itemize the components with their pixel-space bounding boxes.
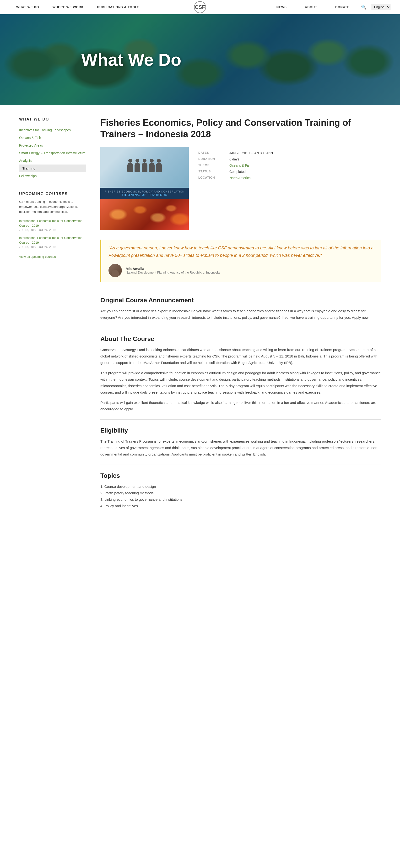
fish-overlay: [100, 199, 189, 230]
section-divider-4: [100, 465, 381, 465]
sidebar-item-protected-areas[interactable]: Protected Areas: [19, 142, 86, 149]
course-item-1: International Economic Tools for Conserv…: [19, 219, 86, 232]
language-selector[interactable]: English: [371, 4, 391, 10]
course-link-2[interactable]: International Economic Tools for Conserv…: [19, 236, 86, 245]
sidebar: WHAT WE DO Incentives for Thriving Lands…: [19, 117, 86, 509]
quote-section: "As a government person, I never knew ho…: [100, 240, 381, 282]
nav-item-donate[interactable]: DONATE: [329, 5, 356, 9]
quote-author-info: Mia Amalia National Development Planning…: [126, 267, 220, 274]
search-icon[interactable]: 🔍: [361, 4, 366, 10]
article-images: FISHERIES ECONOMICS, POLICY AND CONSERVA…: [100, 147, 189, 230]
article-image-classroom: [100, 147, 189, 188]
sidebar-item-incentives[interactable]: Incentives for Thriving Landscapes: [19, 126, 86, 134]
duration-label: DURATION: [198, 157, 227, 161]
topic-3: 3. Linking economics to governance and i…: [100, 496, 381, 503]
location-value[interactable]: North America: [229, 176, 381, 180]
person-1: [127, 163, 133, 172]
section-divider-2: [100, 328, 381, 328]
meta-divider-top: [198, 147, 381, 147]
article-image-ocean: [100, 199, 189, 230]
nav-right: NEWS ABOUT DONATE 🔍 English: [270, 4, 391, 10]
sidebar-upcoming-courses: UPCOMING COURSES CSF offers training in …: [19, 192, 86, 259]
nav-item-about[interactable]: ABOUT: [298, 5, 324, 9]
quote-author-org: National Development Planning Agency of …: [126, 271, 220, 274]
quote-author: Mia Amalia National Development Planning…: [108, 264, 374, 277]
section-heading-topics: Topics: [100, 472, 381, 479]
topics-list: 1. Course development and design 2. Part…: [100, 483, 381, 509]
sidebar-item-oceans[interactable]: Oceans & Fish: [19, 134, 86, 142]
sidebar-item-analysis[interactable]: Analysis: [19, 157, 86, 164]
person-2: [135, 163, 140, 172]
article-meta: DATES JAN 23, 2019 - JAN 30, 2019 DURATI…: [198, 147, 381, 230]
section-divider-1: [100, 289, 381, 289]
section-heading-eligibility: Eligibility: [100, 427, 381, 434]
hero-banner: What We Do: [0, 14, 400, 105]
dates-label: DATES: [198, 151, 227, 155]
person-4: [149, 163, 155, 172]
theme-label: THEME: [198, 163, 227, 167]
course-item-2: International Economic Tools for Conserv…: [19, 236, 86, 249]
dates-value: JAN 23, 2019 - JAN 30, 2019: [229, 151, 381, 155]
site-logo[interactable]: CSF: [194, 1, 206, 13]
sidebar-section-title: WHAT WE DO: [19, 117, 86, 121]
nav-items: WHAT WE DO WHERE WE WORK PUBLICATIONS & …: [9, 5, 270, 9]
section-text-about-2: This program will provide a comprehensiv…: [100, 370, 381, 396]
navbar: WHAT WE DO WHERE WE WORK PUBLICATIONS & …: [0, 0, 400, 14]
meta-grid: DATES JAN 23, 2019 - JAN 30, 2019 DURATI…: [198, 151, 381, 180]
topic-1: 1. Course development and design: [100, 483, 381, 490]
quote-author-name: Mia Amalia: [126, 267, 220, 271]
topic-2: 2. Participatory teaching methods: [100, 490, 381, 496]
image-banner: FISHERIES ECONOMICS, POLICY AND CONSERVA…: [100, 188, 189, 199]
section-text-original-1: Are you an economist or a fisheries expe…: [100, 308, 381, 321]
quote-text: "As a government person, I never knew ho…: [108, 244, 374, 259]
duration-value: 6 days: [229, 157, 381, 161]
section-text-about-3: Participants will gain excellent theoret…: [100, 399, 381, 412]
article-title: Fisheries Economics, Policy and Conserva…: [100, 117, 381, 140]
section-text-eligibility-1: The Training of Trainers Program is for …: [100, 438, 381, 458]
section-text-about-1: Conservation Strategy Fund is seeking In…: [100, 346, 381, 366]
status-value: Completed: [229, 170, 381, 174]
section-heading-original: Original Course Announcement: [100, 297, 381, 304]
main-content: Fisheries Economics, Policy and Conserva…: [100, 117, 381, 509]
course-date-1: JUL 15, 2019 - JUL 26, 2019: [19, 228, 86, 232]
course-link-1[interactable]: International Economic Tools for Conserv…: [19, 219, 86, 228]
classroom-image-inner: [100, 147, 189, 188]
upcoming-courses-desc: CSF offers training in economic tools to…: [19, 199, 86, 214]
topic-4: 4. Policy and incentives: [100, 503, 381, 509]
course-date-2: JUL 15, 2019 - JUL 26, 2019: [19, 245, 86, 249]
sidebar-item-smart-energy[interactable]: Smart Energy & Transportation Infrastruc…: [19, 149, 86, 157]
sidebar-item-training[interactable]: Training: [19, 164, 86, 172]
nav-item-what-we-do[interactable]: WHAT WE DO: [9, 5, 46, 9]
view-all-courses-link[interactable]: View all upcoming courses: [19, 255, 56, 258]
section-heading-about: About The Course: [100, 335, 381, 343]
language-dropdown[interactable]: English: [371, 4, 391, 10]
person-3: [142, 163, 147, 172]
meta-divider-bottom: [198, 184, 381, 184]
nav-item-publications[interactable]: PUBLICATIONS & TOOLS: [90, 5, 146, 9]
nav-item-where-we-work[interactable]: WHERE WE WORK: [46, 5, 91, 9]
sidebar-item-fellowships[interactable]: Fellowships: [19, 172, 86, 180]
quote-avatar: [108, 264, 122, 277]
banner-text-2: TRAINING OF TRAINERS: [104, 193, 186, 196]
hero-title: What We Do: [0, 50, 181, 70]
classroom-people: [127, 163, 162, 172]
article-media-meta: FISHERIES ECONOMICS, POLICY AND CONSERVA…: [100, 147, 381, 230]
page-body: WHAT WE DO Incentives for Thriving Lands…: [0, 105, 400, 521]
person-5: [156, 163, 162, 172]
location-label: LOCATION: [198, 176, 227, 180]
nav-item-news[interactable]: NEWS: [270, 5, 293, 9]
upcoming-courses-title: UPCOMING COURSES: [19, 192, 86, 196]
status-label: STATUS: [198, 170, 227, 174]
theme-value[interactable]: Oceans & Fish: [229, 163, 381, 167]
banner-text-1: FISHERIES ECONOMICS, POLICY AND CONSERVA…: [104, 190, 186, 193]
